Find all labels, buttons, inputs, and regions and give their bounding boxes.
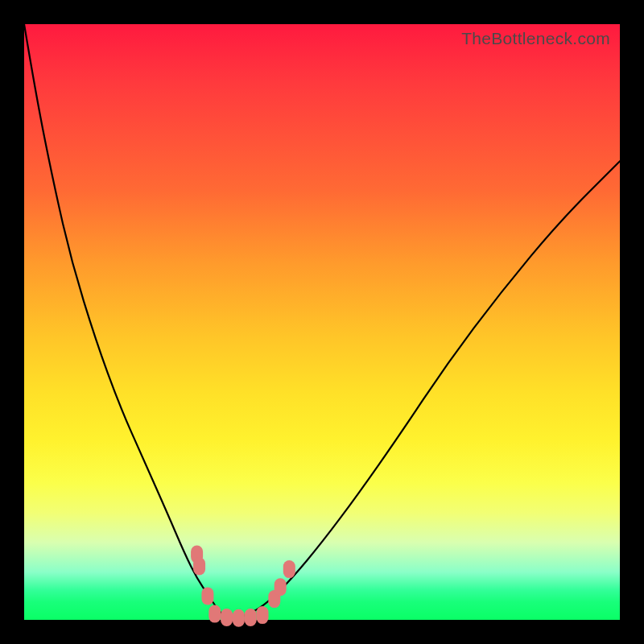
marker-floor-5 <box>257 606 269 624</box>
chart-frame: TheBottleneck.com <box>0 0 644 644</box>
curve-left-branch <box>24 24 233 620</box>
curve-right-branch <box>233 161 620 620</box>
marker-right-cluster-3 <box>283 560 295 578</box>
marker-floor-3 <box>233 609 245 627</box>
curve-overlay <box>24 24 620 620</box>
marker-left-cluster-bottom-1 <box>201 587 213 605</box>
marker-right-cluster-2 <box>275 578 287 596</box>
marker-floor-4 <box>245 609 257 626</box>
marker-group <box>191 546 295 627</box>
marker-floor-1 <box>208 605 221 623</box>
plot-area: TheBottleneck.com <box>24 24 620 620</box>
marker-left-cluster-top-2 <box>193 557 205 575</box>
marker-floor-2 <box>221 609 233 626</box>
